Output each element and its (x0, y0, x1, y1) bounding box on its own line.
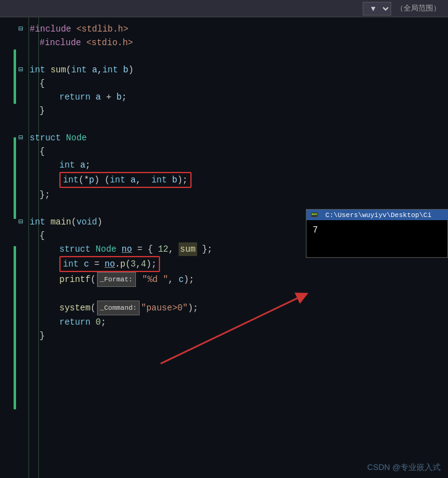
fold-9[interactable]: ⊟ (19, 131, 27, 145)
popup-title: 📟 C:\Users\wuyiyv\Desktop\Ci (306, 210, 447, 220)
green-marker-2 (14, 137, 16, 219)
code-line-13: }; (19, 188, 448, 202)
code-line-7: } (19, 104, 448, 117)
popup-value: 7 (313, 225, 318, 235)
green-marker-1 (14, 49, 16, 104)
code-line-1: ⊟ #include <stdlib.h> (19, 22, 448, 36)
code-line-20 (19, 287, 448, 301)
code-line-12: int ( * p ) ( int a , int b ); (19, 172, 448, 188)
top-bar: ▼ （全局范围） (0, 0, 448, 17)
terminal-popup: 📟 C:\Users\wuyiyv\Desktop\Ci 7 (306, 209, 448, 258)
fold-1[interactable]: ⊟ (19, 22, 27, 36)
code-line-23: } (19, 329, 448, 343)
fold-15[interactable]: ⊟ (19, 215, 27, 229)
code-line-8 (19, 117, 448, 131)
popup-title-text: C:\Users\wuyiyv\Desktop\Ci (326, 211, 432, 219)
code-line-2: #include <stdio.h> (19, 36, 448, 49)
editor-area: ⊟ #include <stdlib.h> #include <stdio.h>… (0, 17, 448, 478)
code-line-21: system ( _Command: "pause>0" ); (19, 301, 448, 315)
code-line-19: printf ( _Format: "%d " , c ); (19, 272, 448, 287)
code-line-22: return 0 ; (19, 315, 448, 329)
code-line-4: ⊟ int sum ( int a , int b ) (19, 63, 448, 77)
fold-2 (19, 36, 27, 49)
code-line-18: int c = no . p ( 3 , 4 ); (19, 256, 448, 272)
code-line-11: int a ; (19, 158, 448, 172)
popup-content: 7 (306, 220, 447, 257)
command-tooltip: _Command: (97, 301, 140, 315)
scope-label: （全局范围） (396, 3, 441, 14)
scope-dropdown[interactable]: ▼ (363, 2, 391, 15)
code-line-10: { (19, 145, 448, 158)
code-line-6: return a + b ; (19, 90, 448, 104)
watermark: CSDN @专业嵌入式 (367, 462, 441, 473)
code-line-3 (19, 49, 448, 63)
code-line-5: { (19, 77, 448, 90)
green-marker-3 (14, 246, 16, 409)
fold-4[interactable]: ⊟ (19, 63, 27, 77)
code-line-9: ⊟ struct Node (19, 131, 448, 145)
format-tooltip: _Format: (97, 272, 136, 287)
